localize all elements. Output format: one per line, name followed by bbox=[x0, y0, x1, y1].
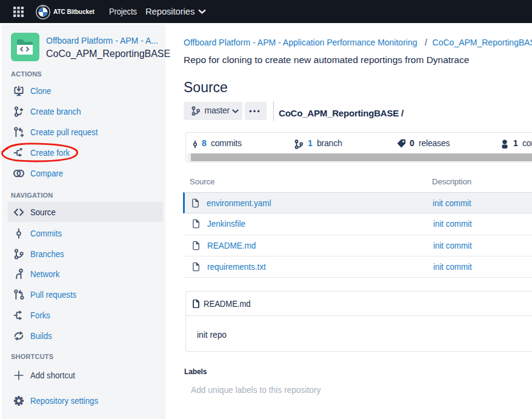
svg-text:BMW: BMW bbox=[41, 5, 45, 8]
